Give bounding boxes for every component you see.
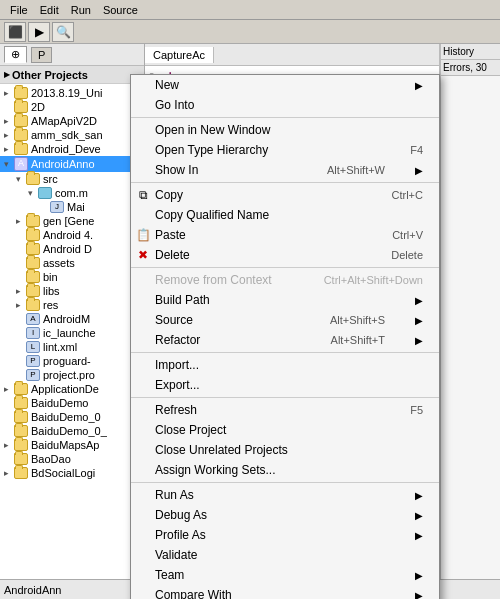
list-item[interactable]: I ic_launche <box>0 326 144 340</box>
ctx-shortcut-removectx: Ctrl+Alt+Shift+Down <box>324 274 423 286</box>
ctx-label-closeproject: Close Project <box>155 423 226 437</box>
ctx-arrow-comparewith: ▶ <box>415 590 423 600</box>
separator-6 <box>131 482 439 483</box>
ctx-arrow-buildpath: ▶ <box>415 295 423 306</box>
ctx-label-validate: Validate <box>155 548 197 562</box>
ctx-item-team[interactable]: Team ▶ <box>131 565 439 585</box>
menu-edit[interactable]: Edit <box>34 2 65 18</box>
ctx-label-team: Team <box>155 568 184 582</box>
list-item[interactable]: BaoDao <box>0 452 144 466</box>
list-item[interactable]: P proguard- <box>0 354 144 368</box>
ctx-label-debugas: Debug As <box>155 508 207 522</box>
tab-package-explorer[interactable]: P <box>31 47 52 63</box>
expand-arrow[interactable]: ▸ <box>4 68 10 81</box>
list-item[interactable]: ▸ amm_sdk_san <box>0 128 144 142</box>
ctx-arrow-source: ▶ <box>415 315 423 326</box>
ctx-item-validate[interactable]: Validate <box>131 545 439 565</box>
list-item[interactable]: ▸ BaiduMapsAp <box>0 438 144 452</box>
ctx-label-delete: Delete <box>155 248 190 262</box>
toolbar-btn-1[interactable]: ⬛ <box>4 22 26 42</box>
ctx-item-showin[interactable]: Show In Alt+Shift+W ▶ <box>131 160 439 180</box>
ctx-label-profileas: Profile As <box>155 528 206 542</box>
list-item[interactable]: ▸ ApplicationDe <box>0 382 144 396</box>
list-item[interactable]: Android 4. <box>0 228 144 242</box>
ctx-item-refactor[interactable]: Refactor Alt+Shift+T ▶ <box>131 330 439 350</box>
list-item[interactable]: ▸ Android_Deve <box>0 142 144 156</box>
ctx-item-assignworkingsets[interactable]: Assign Working Sets... <box>131 460 439 480</box>
list-item[interactable]: L lint.xml <box>0 340 144 354</box>
list-item[interactable]: ▸ gen [Gene <box>0 214 144 228</box>
list-item[interactable]: BaiduDemo_0 <box>0 410 144 424</box>
ctx-item-buildpath[interactable]: Build Path ▶ <box>131 290 439 310</box>
ctx-label-gointo: Go Into <box>155 98 194 112</box>
list-item[interactable]: assets <box>0 256 144 270</box>
ctx-label-import: Import... <box>155 358 199 372</box>
ctx-item-export[interactable]: Export... <box>131 375 439 395</box>
separator-3 <box>131 267 439 268</box>
ctx-shortcut-showin: Alt+Shift+W <box>327 164 385 176</box>
list-item[interactable]: BaiduDemo <box>0 396 144 410</box>
ctx-item-profileas[interactable]: Profile As ▶ <box>131 525 439 545</box>
list-item[interactable]: ▾ com.m <box>0 186 144 200</box>
ctx-label-comparewith: Compare With <box>155 588 232 599</box>
ctx-item-opentypehier[interactable]: Open Type Hierarchy F4 <box>131 140 439 160</box>
project-explorer: ⊕ P ▸ Other Projects ▸ 2013.8.19_Uni 2D … <box>0 44 145 579</box>
delete-icon: ✖ <box>135 247 151 263</box>
ctx-item-gointo[interactable]: Go Into <box>131 95 439 115</box>
tab-type-hierarchy[interactable]: ⊕ <box>4 46 27 63</box>
toolbar-btn-2[interactable]: ▶ <box>28 22 50 42</box>
ctx-label-refresh: Refresh <box>155 403 197 417</box>
ctx-item-source[interactable]: Source Alt+Shift+S ▶ <box>131 310 439 330</box>
ctx-item-openwindow[interactable]: Open in New Window <box>131 120 439 140</box>
menu-run[interactable]: Run <box>65 2 97 18</box>
list-item[interactable]: ▸ 2013.8.19_Uni <box>0 86 144 100</box>
ctx-arrow-debugas: ▶ <box>415 510 423 521</box>
menu-bar: File Edit Run Source <box>0 0 500 20</box>
list-item[interactable]: bin <box>0 270 144 284</box>
list-item-android-anno[interactable]: ▾A AndroidAnno <box>0 156 144 172</box>
tree-area: ▸ 2013.8.19_Uni 2D ▸ AMapApiV2D ▸ amm_sd… <box>0 84 144 482</box>
ctx-label-copy: Copy <box>155 188 183 202</box>
ctx-shortcut-refresh: F5 <box>410 404 423 416</box>
list-item[interactable]: ▸ BdSocialLogi <box>0 466 144 480</box>
list-item[interactable]: J Mai <box>0 200 144 214</box>
list-item[interactable]: ▸ AMapApiV2D <box>0 114 144 128</box>
list-item[interactable]: Android D <box>0 242 144 256</box>
list-item[interactable]: A AndroidM <box>0 312 144 326</box>
panel-header: ⊕ P <box>0 44 144 66</box>
separator-5 <box>131 397 439 398</box>
ctx-label-opentypehier: Open Type Hierarchy <box>155 143 268 157</box>
ctx-item-delete[interactable]: ✖ Delete Delete <box>131 245 439 265</box>
list-item[interactable]: ▸ res <box>0 298 144 312</box>
list-item[interactable]: BaiduDemo_0_ <box>0 424 144 438</box>
ctx-item-closeproject[interactable]: Close Project <box>131 420 439 440</box>
ctx-label-showin: Show In <box>155 163 198 177</box>
list-item[interactable]: ▸ libs <box>0 284 144 298</box>
menu-source[interactable]: Source <box>97 2 144 18</box>
ctx-item-paste[interactable]: 📋 Paste Ctrl+V <box>131 225 439 245</box>
ctx-shortcut-source: Alt+Shift+S <box>330 314 385 326</box>
ctx-label-removectx: Remove from Context <box>155 273 272 287</box>
ctx-item-copyqualified[interactable]: Copy Qualified Name <box>131 205 439 225</box>
list-item[interactable]: ▾ src <box>0 172 144 186</box>
ctx-arrow-runas: ▶ <box>415 490 423 501</box>
bottom-label: AndroidAnn <box>4 584 62 596</box>
ctx-item-runas[interactable]: Run As ▶ <box>131 485 439 505</box>
ctx-item-import[interactable]: Import... <box>131 355 439 375</box>
ctx-item-debugas[interactable]: Debug As ▶ <box>131 505 439 525</box>
toolbar-btn-3[interactable]: 🔍 <box>52 22 74 42</box>
ctx-item-comparewith[interactable]: Compare With ▶ <box>131 585 439 599</box>
ctx-item-closeunrelated[interactable]: Close Unrelated Projects <box>131 440 439 460</box>
editor-tab-capture[interactable]: CaptureAc <box>145 47 214 63</box>
ctx-shortcut-refactor: Alt+Shift+T <box>331 334 385 346</box>
list-item[interactable]: P project.pro <box>0 368 144 382</box>
separator-4 <box>131 352 439 353</box>
list-item[interactable]: 2D <box>0 100 144 114</box>
errors-tab[interactable]: Errors, 30 <box>441 60 500 76</box>
ctx-item-new[interactable]: New ▶ <box>131 75 439 95</box>
history-tab[interactable]: History <box>441 44 500 60</box>
menu-file[interactable]: File <box>4 2 34 18</box>
ctx-arrow-new: ▶ <box>415 80 423 91</box>
ctx-item-copy[interactable]: ⧉ Copy Ctrl+C <box>131 185 439 205</box>
ctx-item-refresh[interactable]: Refresh F5 <box>131 400 439 420</box>
